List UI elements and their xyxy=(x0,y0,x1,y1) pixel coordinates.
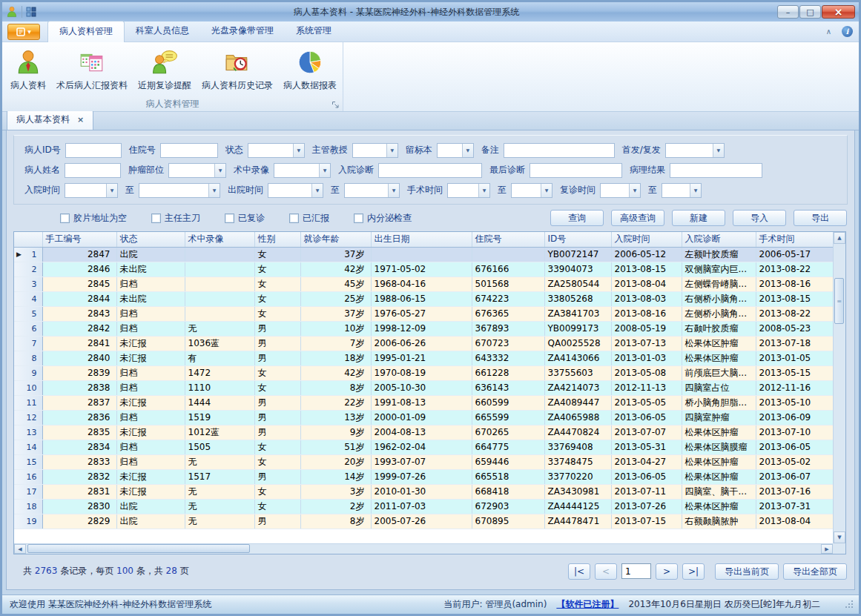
horizontal-scrollbar[interactable]: ◀ ▶ xyxy=(14,543,833,554)
column-header-9[interactable]: 入院时间 xyxy=(611,232,682,247)
revisit-date-from-select[interactable]: ▼ xyxy=(600,183,641,198)
ribbon-tab-department-staff[interactable]: 科室人员信息 xyxy=(125,21,200,42)
scroll-down-icon[interactable]: ▼ xyxy=(834,531,845,543)
vertical-scroll-track[interactable]: ≡ xyxy=(834,244,845,531)
first-page-button[interactable]: |< xyxy=(568,563,590,580)
table-row-4[interactable]: 42844未出院女25岁1988-06-15674223338052682013… xyxy=(14,291,833,306)
table-row-13[interactable]: 132835未汇报1012蓝男9岁2004-08-13670265ZA44708… xyxy=(14,425,833,440)
admission-number-input[interactable] xyxy=(160,143,218,158)
table-row-5[interactable]: 52843归档女37岁1976-05-27676365ZA38417032013… xyxy=(14,306,833,321)
admission-diagnosis-input[interactable] xyxy=(378,163,482,178)
column-header-1[interactable]: 手工编号 xyxy=(42,232,116,247)
specimen-select[interactable]: ▼ xyxy=(437,143,474,158)
checkbox-chief-surgeon[interactable]: 主任主刀 xyxy=(151,212,200,225)
column-header-0[interactable] xyxy=(14,232,42,247)
discharge-date-from-select[interactable]: ▼ xyxy=(268,183,323,198)
import-button[interactable]: 导入 xyxy=(733,210,786,226)
scroll-up-icon[interactable]: ▲ xyxy=(834,232,845,244)
tool-patient-data[interactable]: 病人资料 xyxy=(5,47,51,93)
tab-close-icon[interactable]: × xyxy=(77,116,84,124)
chevron-down-icon[interactable]: ▼ xyxy=(388,184,399,197)
ribbon-tab-system-management[interactable]: 系统管理 xyxy=(285,21,343,42)
export-all-pages-button[interactable]: 导出全部页 xyxy=(783,563,847,580)
chevron-down-icon[interactable]: ▼ xyxy=(462,144,473,157)
first-recurrence-select[interactable]: ▼ xyxy=(665,143,725,158)
remarks-input[interactable] xyxy=(504,143,615,158)
column-header-11[interactable]: 手术时间 xyxy=(756,232,833,247)
chevron-down-icon[interactable]: ▼ xyxy=(214,164,225,177)
chevron-down-icon[interactable]: ▼ xyxy=(478,184,489,197)
vertical-scroll-thumb[interactable]: ≡ xyxy=(834,278,844,324)
horizontal-scroll-thumb[interactable] xyxy=(27,544,250,553)
checkbox-endocrine-exam[interactable]: 内分泌检查 xyxy=(354,212,412,225)
chevron-down-icon[interactable]: ▼ xyxy=(713,144,724,157)
scroll-left-icon[interactable]: ◀ xyxy=(14,544,26,554)
prev-page-button[interactable]: < xyxy=(595,563,617,580)
professor-select[interactable]: ▼ xyxy=(352,143,398,158)
table-row-1[interactable]: ▶12847出院女37岁YB00721472006-05-12左额叶胶质瘤200… xyxy=(14,247,833,262)
resize-grip[interactable] xyxy=(845,600,854,609)
next-page-button[interactable]: > xyxy=(656,563,678,580)
horizontal-scroll-track[interactable] xyxy=(26,544,821,554)
chevron-down-icon[interactable]: ▼ xyxy=(208,184,220,197)
scroll-right-icon[interactable]: ▶ xyxy=(821,544,833,554)
chevron-down-icon[interactable]: ▼ xyxy=(629,184,640,197)
status-select[interactable]: ▼ xyxy=(248,143,305,158)
chevron-down-icon[interactable]: ▼ xyxy=(690,184,701,197)
ribbon-tab-disc-video-management[interactable]: 光盘录像带管理 xyxy=(200,21,285,42)
export-current-page-button[interactable]: 导出当前页 xyxy=(715,563,779,580)
surgery-date-to-select[interactable]: ▼ xyxy=(511,183,552,198)
column-header-5[interactable]: 就诊年龄 xyxy=(300,232,371,247)
chevron-down-icon[interactable]: ▼ xyxy=(293,144,304,157)
vertical-scrollbar[interactable]: ▲ ≡ ▼ xyxy=(833,232,845,543)
ribbon-collapse-icon[interactable]: ∧ xyxy=(826,28,831,36)
column-header-2[interactable]: 状态 xyxy=(116,232,185,247)
discharge-date-to-select[interactable]: ▼ xyxy=(344,183,400,198)
admission-date-from-select[interactable]: ▼ xyxy=(65,183,118,198)
close-button[interactable]: × xyxy=(822,5,855,19)
column-header-7[interactable]: 住院号 xyxy=(472,232,544,247)
table-row-6[interactable]: 62842归档无男10岁1998-12-09367893YB0099173200… xyxy=(14,321,833,336)
export-button[interactable]: 导出 xyxy=(794,210,847,226)
checkbox-film-address-empty[interactable]: 胶片地址为空 xyxy=(60,212,127,225)
patient-id-input[interactable] xyxy=(65,143,122,158)
column-header-8[interactable]: ID号 xyxy=(544,232,611,247)
titlebar[interactable]: 病人基本资料 - 某某医院神经外科-神经外科数据管理系统 – □ × xyxy=(2,2,859,21)
final-diagnosis-input[interactable] xyxy=(530,163,622,178)
app-menu-button[interactable]: ▼ xyxy=(7,24,40,40)
revisit-date-to-select[interactable]: ▼ xyxy=(662,183,702,198)
registered-link[interactable]: 【软件已注册】 xyxy=(556,598,618,611)
table-row-9[interactable]: 92839归档1472女42岁1970-08-19661228337556032… xyxy=(14,365,833,380)
chevron-down-icon[interactable]: ▼ xyxy=(319,164,330,177)
tool-history-records[interactable]: 病人资料历史记录 xyxy=(197,47,278,93)
info-icon[interactable]: i xyxy=(842,26,853,37)
quick-access-icon[interactable] xyxy=(26,7,36,17)
maximize-button[interactable]: □ xyxy=(799,5,821,19)
ribbon-tab-patient-data-management[interactable]: 病人资料管理 xyxy=(47,21,125,42)
chevron-down-icon[interactable]: ▼ xyxy=(386,144,397,157)
column-header-4[interactable]: 性别 xyxy=(254,232,300,247)
tool-postop-report-data[interactable]: 术后病人汇报资料 xyxy=(51,47,133,93)
table-row-15[interactable]: 152833归档无女20岁1993-07-0765944633748475201… xyxy=(14,454,833,469)
advanced-search-button[interactable]: 高级查询 xyxy=(611,210,664,226)
table-row-10[interactable]: 102838归档1110女8岁2005-10-30636143ZA4214073… xyxy=(14,380,833,395)
new-button[interactable]: 新建 xyxy=(672,210,725,226)
patient-name-input[interactable] xyxy=(65,163,121,178)
surgery-video-select[interactable]: ▼ xyxy=(274,163,331,178)
surgery-date-from-select[interactable]: ▼ xyxy=(447,183,490,198)
table-row-16[interactable]: 162832未汇报1517男14岁1999-07-266655183377022… xyxy=(14,469,833,484)
table-row-14[interactable]: 142834归档1505女51岁1962-02-0466477533769408… xyxy=(14,440,833,454)
checkbox-reported[interactable]: 已汇报 xyxy=(289,212,329,225)
dialog-launcher-icon[interactable] xyxy=(331,101,340,109)
table-row-8[interactable]: 82840未汇报有男18岁1995-01-21643332ZA414306620… xyxy=(14,351,833,365)
chevron-down-icon[interactable]: ▼ xyxy=(106,184,117,197)
table-row-19[interactable]: 192829出院无男8岁2005-07-26670895ZA4478471201… xyxy=(14,514,833,529)
tumor-site-select[interactable]: ▼ xyxy=(168,163,226,178)
checkbox-revisited[interactable]: 已复诊 xyxy=(225,212,265,225)
document-tab-patient-basic-info[interactable]: 病人基本资料 × xyxy=(7,110,93,130)
table-row-3[interactable]: 32845归档女45岁1968-04-16501568ZA25805442013… xyxy=(14,276,833,291)
table-row-18[interactable]: 182830出院无女2岁2011-07-03672903ZA4444125201… xyxy=(14,499,833,514)
page-number-input[interactable] xyxy=(621,563,651,579)
pathology-result-input[interactable] xyxy=(670,163,762,178)
table-row-12[interactable]: 122836归档1519男13岁2000-01-09665599ZA406598… xyxy=(14,410,833,425)
